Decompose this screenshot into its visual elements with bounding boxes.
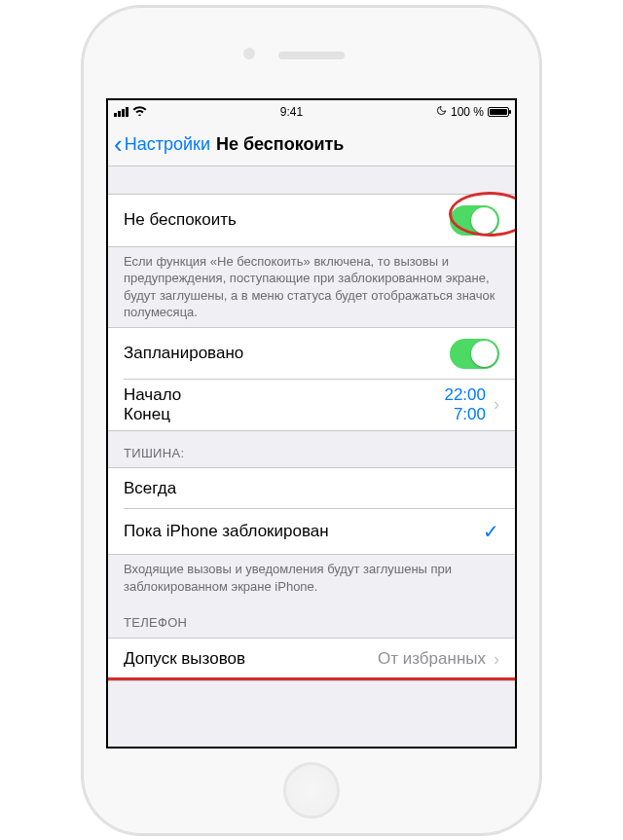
checkmark-icon: ✓ <box>483 520 499 543</box>
iphone-frame: 9:41 100 % ‹ Настройки Не беспокоить Не … <box>83 7 540 834</box>
dnd-row[interactable]: Не беспокоить <box>108 194 515 247</box>
speaker-grille <box>278 52 345 59</box>
allow-calls-row[interactable]: Допуск вызовов От избранных › <box>108 638 515 681</box>
silence-header: ТИШИНА: <box>108 431 515 468</box>
cellular-signal-icon <box>114 107 128 117</box>
dnd-label: Не беспокоить <box>124 210 450 230</box>
battery-percent: 100 % <box>451 105 484 119</box>
scheduled-from-value: 22:00 <box>444 385 486 405</box>
scheduled-times-row[interactable]: Начало Конец 22:00 7:00 › <box>108 380 515 431</box>
scheduled-toggle[interactable] <box>450 339 499 369</box>
scheduled-label: Запланировано <box>124 344 450 363</box>
dnd-footer: Если функция «Не беспокоить» включена, т… <box>108 247 515 327</box>
wifi-icon <box>132 104 147 119</box>
scheduled-to-value: 7:00 <box>444 405 486 424</box>
annotation-underline <box>108 677 515 680</box>
chevron-right-icon: › <box>494 394 499 415</box>
scheduled-to-label: Конец <box>124 405 444 424</box>
chevron-right-icon: › <box>494 649 499 670</box>
settings-content[interactable]: Не беспокоить Если функция «Не беспокоит… <box>108 166 515 747</box>
scheduled-row[interactable]: Запланировано <box>108 327 515 380</box>
front-camera <box>243 48 255 59</box>
screen: 9:41 100 % ‹ Настройки Не беспокоить Не … <box>106 98 517 749</box>
silence-while-locked-row[interactable]: Пока iPhone заблокирован ✓ <box>108 509 515 555</box>
back-button[interactable]: ‹ Настройки <box>114 131 210 157</box>
phone-header: ТЕЛЕФОН <box>108 601 515 638</box>
navigation-bar: ‹ Настройки Не беспокоить <box>108 124 515 166</box>
do-not-disturb-icon <box>436 105 447 118</box>
dnd-toggle[interactable] <box>450 205 499 236</box>
scheduled-from-label: Начало <box>124 385 444 405</box>
chevron-left-icon: ‹ <box>114 131 123 157</box>
silence-footer: Входящие вызовы и уведомления будут загл… <box>108 555 515 601</box>
status-time: 9:41 <box>280 105 303 119</box>
allow-calls-value: От избранных <box>378 649 486 669</box>
silence-while-locked-label: Пока iPhone заблокирован <box>124 522 483 541</box>
battery-icon <box>488 107 509 117</box>
page-title: Не беспокоить <box>216 134 345 155</box>
back-label: Настройки <box>125 134 210 155</box>
silence-always-label: Всегда <box>124 479 499 498</box>
allow-calls-label: Допуск вызовов <box>124 649 378 669</box>
status-bar: 9:41 100 % <box>108 100 515 124</box>
home-button[interactable] <box>283 762 340 819</box>
silence-always-row[interactable]: Всегда <box>108 467 515 509</box>
